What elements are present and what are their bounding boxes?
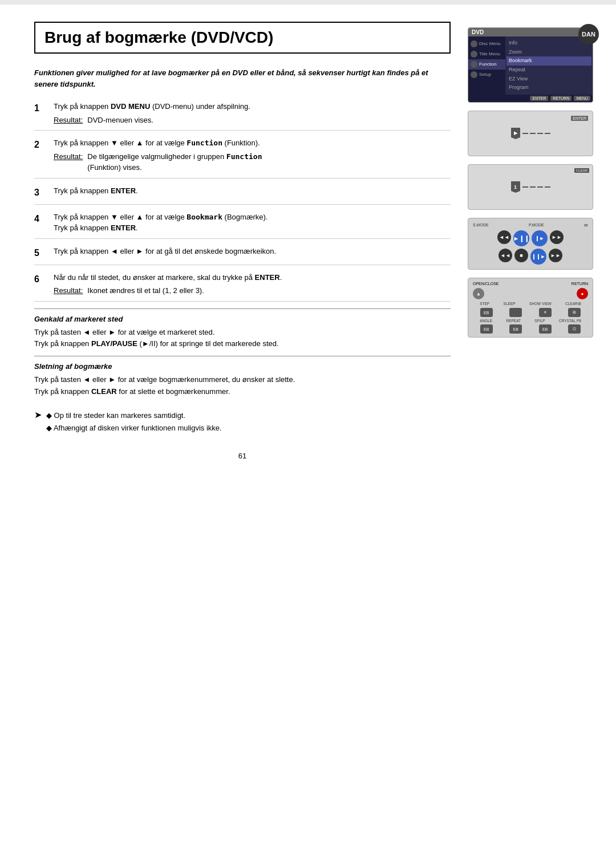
function-bold: Function [226,152,262,161]
bookmark-panel-set: 1 CLEAR [468,164,593,210]
result-text-2: De tilgængelige valgmuligheder i gruppen… [87,151,262,173]
page-number: 61 [34,452,451,472]
label-showview: SHOW VIEW [529,302,552,306]
disc-label: Disc Menu [479,41,501,47]
genkald-line1: Tryk på tasten ◄ eller ► for at vælge et… [34,327,451,339]
step-1-result: Resultat: DVD-menuen vises. [54,115,451,126]
remote-open-close-row: OPEN/CLOSE RETURN [473,282,588,286]
step-4-main: Tryk på knappen ▼ eller ▲ for at vælge B… [54,212,451,234]
menu-right-ezview: EZ View [509,75,589,84]
step-4-bookmark: Bookmark [187,213,222,221]
bm-dashes-2 [522,186,550,188]
arrow-symbol: ➤ [34,409,42,420]
result-label-1: Resultat: [54,115,83,126]
btn-prev-chapter[interactable]: ◄◄ [497,230,511,244]
result-text-1: DVD-menuen vises. [87,115,153,126]
menu-right-bookmark: Bookmark [506,56,591,66]
step-6: 6 Når du når til stedet, du ønsker at ma… [34,272,451,302]
return-btn: RETURN [550,96,572,101]
dash-3 [537,133,543,134]
enter-btn: ENTER [530,96,548,101]
step-3-content: Tryk på knappen ENTER. [54,185,451,200]
step-4: 4 Tryk på knappen ▼ eller ▲ for at vælge… [34,212,451,239]
dvd-menu-body: Disc Menu Title Menu Function Setup [468,36,593,95]
dvd-menu-right: Info Zoom Bookmark Repeat EZ View Progra… [505,36,593,95]
step-5-number: 5 [34,246,46,260]
sletning-divider [34,356,451,356]
disc-icon [471,40,477,47]
remote-row-1: ◄◄ ►❙❙ ❙► ►► [473,230,588,246]
genkald-content: Tryk på tasten ◄ eller ► for at vælge et… [34,327,451,351]
btn-next-chapter[interactable]: ►► [550,230,564,244]
btn-rewind[interactable]: ◄◄ [499,249,512,262]
step-3-number: 3 [34,185,46,200]
remote-angle-labels: ANGLE REPEAT SP/LP CRYSTAL P8 [473,319,588,323]
btn-fastforward[interactable]: ►► [549,249,562,262]
menu-right-zoom: Zoom [509,48,589,57]
enter-indicator: ENTER [571,116,588,121]
genkald-line2: Tryk på knappen PLAY/PAUSE (►/II) for at… [34,338,451,350]
spacer [519,288,542,299]
menu-right-program: Program [509,83,589,92]
label-splp: SP/LP [534,319,545,323]
step-3-main: Tryk på knappen ENTER. [54,185,451,197]
remote-row-middle-btns: EB ✕ ⊞ [473,308,588,317]
step-4-enter: ENTER [111,224,136,232]
btn-play-pause[interactable]: ►❙❙ [513,230,529,246]
step-4-number: 4 [34,212,46,234]
menu-item-function: Function [468,59,505,70]
btn-crystal[interactable]: ⊡ [568,324,581,334]
note-1: ◆ Op til tre steder kan markeres samtidi… [46,409,222,422]
label-pmode: P.MODE [529,223,544,228]
step-2-bold: Function [187,139,222,147]
btn-splp[interactable]: EB [539,324,552,334]
steps-container: 1 Tryk på knappen DVD MENU (DVD-menu) un… [34,101,451,302]
bookmark-indicator-2: 1 [511,181,550,193]
label-repeat: REPEAT [506,319,521,323]
remote-panel: S.MODE P.MODE ✉ ◄◄ ►❙❙ ❙► ►► ◄◄ ■ ❙❙► [468,218,593,270]
remote-row-top-btns: ▲ ● [473,288,588,299]
step-1: 1 Tryk på knappen DVD MENU (DVD-menu) un… [34,101,451,131]
result-text-6: Ikonet ændres til et tal (1, 2 eller 3). [87,285,204,296]
label-crystal: CRYSTAL P8 [559,319,581,323]
step-6-bold: ENTER [255,273,280,282]
menu-item-setup: Setup [468,70,505,80]
note-bullets: ◆ Op til tre steder kan markeres samtidi… [46,409,222,434]
btn-clearbox[interactable]: ⊞ [568,308,581,317]
setup-label: Setup [479,72,491,78]
dan-badge: DAN [578,24,599,44]
btn-repeat[interactable]: EB [509,324,522,334]
btn-stop-ff[interactable]: ❙► [532,230,548,246]
dash-2-3 [537,186,543,188]
bookmark-panel-empty: ▶ ENTER [468,111,593,156]
btn-showview[interactable]: ✕ [539,308,552,317]
step-2-content: Tryk på knappen ▼ eller ▲ for at vælge F… [54,137,451,173]
btn-return[interactable]: ● [577,288,588,299]
dash-2-4 [545,186,550,188]
btn-sleep[interactable] [509,308,522,317]
step-1-content: Tryk på knappen DVD MENU (DVD-menu) unde… [54,101,451,125]
remote-row-bottom-btns: EB EB EB ⊡ [473,324,588,334]
step-6-content: Når du når til stedet, du ønsker at mark… [54,272,451,296]
top-bar [0,0,616,5]
btn-open[interactable]: ▲ [473,288,484,299]
step-1-bold: DVD MENU [111,102,150,111]
btn-stop[interactable]: ■ [514,249,528,262]
btn-angle[interactable]: EB [480,324,493,334]
step-1-main: Tryk på knappen DVD MENU (DVD-menu) unde… [54,101,451,112]
clear-indicator: CLEAR [574,168,589,173]
step-3: 3 Tryk på knappen ENTER. [34,185,451,205]
label-step: STEP [480,302,489,306]
step-6-number: 6 [34,272,46,296]
btn-step[interactable]: EB [480,308,493,317]
label-return: RETURN [572,282,588,286]
btn-pause[interactable]: ❙❙► [530,249,546,265]
sletning-title: Sletning af bogmærke [34,362,451,371]
remote-buttons: ◄◄ ►❙❙ ❙► ►► ◄◄ ■ ❙❙► ►► [473,230,588,265]
remote-bottom-panel: OPEN/CLOSE RETURN ▲ ● STEP SLEEP SHOW VI… [468,278,593,338]
svg-text:1: 1 [514,184,517,190]
step-2-main: Tryk på knappen ▼ eller ▲ for at vælge F… [54,137,451,149]
label-clear: CLEAR⊞ [565,302,581,306]
note-row-1: ➤ ◆ Op til tre steder kan markeres samti… [34,409,451,434]
bottom-notes: ➤ ◆ Op til tre steder kan markeres samti… [34,409,451,434]
